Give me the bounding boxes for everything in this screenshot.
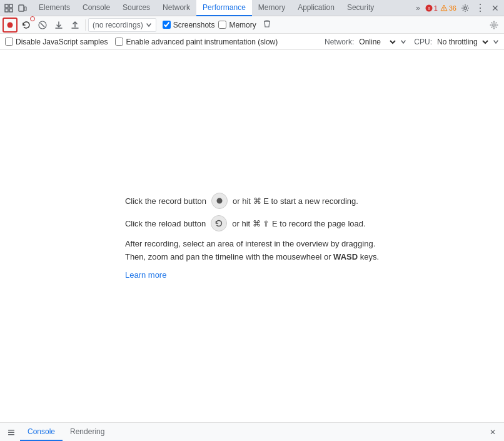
svg-rect-4 [19, 5, 24, 11]
disable-js-checkbox-label[interactable]: Disable JavaScript samples [5, 38, 108, 46]
save-profile-button[interactable] [68, 18, 83, 33]
load-profile-button[interactable] [51, 18, 66, 33]
devtools-tab-bar: Elements Console Sources Network Perform… [0, 0, 504, 16]
clear-button[interactable] [35, 18, 50, 33]
record-instruction-row: Click the record button or hit ⌘ E to st… [125, 193, 358, 209]
memory-checkbox[interactable] [218, 21, 226, 29]
bottom-drawer: Console Rendering ✕ [0, 422, 504, 441]
tab-bar-right: » ! 1 ! 36 ⋮ ✕ [413, 2, 501, 14]
network-throttle-select[interactable]: Online Fast 3G Slow 3G Offline [356, 37, 398, 47]
tab-security[interactable]: Security [341, 0, 380, 16]
close-button[interactable]: ✕ [489, 2, 501, 14]
svg-rect-2 [9, 4, 13, 8]
toolbar-divider [85, 19, 86, 31]
cpu-throttle-select[interactable]: No throttling 4x slowdown 6x slowdown [435, 37, 490, 47]
description-text: After recording, select an area of inter… [125, 238, 379, 264]
svg-text:!: ! [428, 6, 430, 11]
svg-rect-5 [24, 7, 26, 11]
tab-sources[interactable]: Sources [116, 0, 156, 16]
tab-elements[interactable]: Elements [33, 0, 76, 16]
inspect-icon[interactable] [3, 2, 15, 14]
settings-button[interactable] [459, 2, 471, 14]
svg-rect-18 [8, 430, 14, 431]
disable-js-checkbox[interactable] [5, 38, 13, 46]
drawer-close-button[interactable]: ✕ [486, 426, 499, 438]
svg-rect-20 [8, 434, 14, 435]
network-dropdown-icon [400, 39, 406, 45]
drawer-tabs: Console Rendering [20, 423, 112, 441]
tab-console[interactable]: Console [76, 0, 116, 16]
options-bar: Disable JavaScript samples Enable advanc… [0, 34, 504, 50]
performance-toolbar: (no recordings) Screenshots Memory [0, 16, 504, 34]
screenshots-checkbox[interactable] [163, 21, 171, 29]
close-devtools-button[interactable]: ⋮ [474, 2, 486, 14]
svg-rect-3 [9, 9, 13, 12]
cpu-dropdown-icon [493, 39, 499, 45]
drawer-tab-console[interactable]: Console [20, 423, 63, 441]
tab-memory[interactable]: Memory [252, 0, 291, 16]
tab-application[interactable]: Application [291, 0, 341, 16]
devtools-icons [3, 2, 29, 14]
tab-performance[interactable]: Performance [196, 0, 252, 16]
reload-icon-inline [211, 215, 227, 231]
network-throttle-group: Network: Online Fast 3G Slow 3G Offline [325, 37, 406, 47]
screenshots-checkbox-label[interactable]: Screenshots [163, 21, 215, 29]
reload-instruction-row: Click the reload button or hit ⌘ ⇧ E to … [125, 215, 366, 231]
advanced-paint-checkbox-label[interactable]: Enable advanced paint instrumentation (s… [115, 38, 278, 46]
svg-point-10 [464, 7, 466, 9]
svg-line-13 [41, 23, 44, 27]
more-tabs-button[interactable]: » [413, 4, 423, 13]
error-badge[interactable]: ! 1 [425, 4, 438, 12]
main-content-area: Click the record button or hit ⌘ E to st… [0, 50, 504, 422]
advanced-paint-checkbox[interactable] [115, 38, 123, 46]
device-toggle-icon[interactable] [16, 2, 29, 14]
delete-recordings-button[interactable] [260, 18, 274, 31]
tab-bar-left: Elements Console Sources Network Perform… [3, 0, 380, 16]
empty-state: Click the record button or hit ⌘ E to st… [125, 193, 379, 280]
drawer-tab-rendering[interactable]: Rendering [63, 423, 112, 441]
record-button[interactable] [3, 18, 18, 33]
svg-point-11 [8, 22, 13, 28]
svg-rect-1 [5, 9, 8, 12]
drawer-menu-icon[interactable] [5, 426, 18, 438]
svg-rect-19 [8, 432, 14, 433]
cpu-throttle-group: CPU: No throttling 4x slowdown 6x slowdo… [414, 37, 499, 47]
record-icon-inline [211, 193, 228, 209]
recordings-dropdown[interactable]: (no recordings) [88, 18, 156, 32]
tab-network[interactable]: Network [156, 0, 196, 16]
svg-text:!: ! [443, 6, 445, 11]
toolbar-screenshots-memory: Screenshots Memory [163, 18, 274, 31]
learn-more-link[interactable]: Learn more [125, 270, 166, 280]
memory-checkbox-label[interactable]: Memory [218, 21, 256, 29]
performance-settings-button[interactable] [486, 18, 501, 33]
reload-record-button[interactable] [19, 18, 34, 33]
svg-point-16 [493, 24, 495, 26]
svg-rect-0 [5, 4, 8, 8]
warning-badge[interactable]: ! 36 [440, 4, 456, 12]
options-right: Network: Online Fast 3G Slow 3G Offline … [325, 37, 499, 47]
options-left: Disable JavaScript samples Enable advanc… [5, 38, 278, 46]
svg-point-17 [217, 198, 223, 204]
